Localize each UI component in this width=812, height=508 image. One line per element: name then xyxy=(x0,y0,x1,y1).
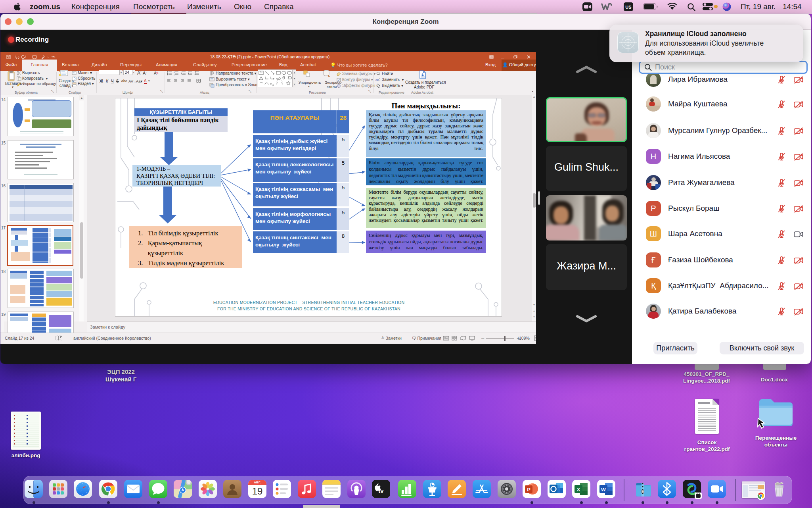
svg-text:W: W xyxy=(601,487,606,493)
svg-text:tv: tv xyxy=(378,487,384,494)
svg-text:1: 1 xyxy=(174,71,175,73)
svg-text:P: P xyxy=(527,487,530,493)
svg-text:ab: ab xyxy=(375,78,379,82)
svg-text:A: A xyxy=(154,71,157,75)
svg-text:US: US xyxy=(625,5,631,10)
svg-text:X: X xyxy=(576,487,580,493)
svg-text:2: 2 xyxy=(174,74,175,76)
